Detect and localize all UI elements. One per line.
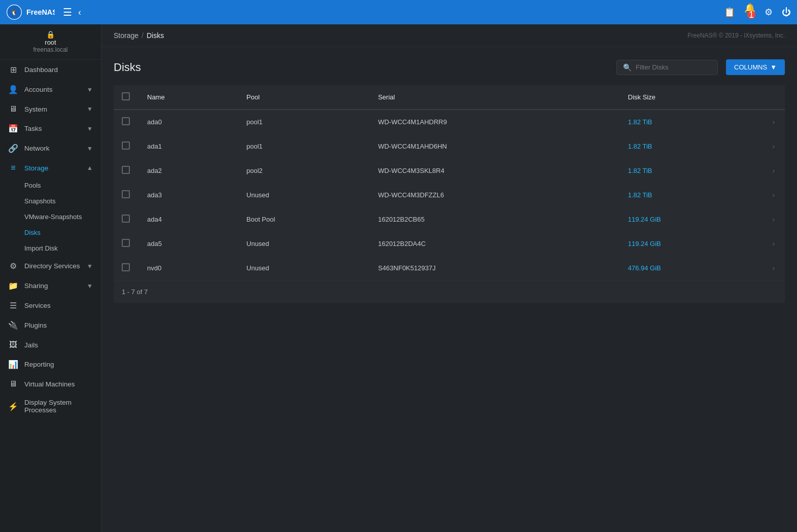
row-checkbox[interactable] (122, 239, 130, 247)
disk-name: ada0 (139, 110, 238, 134)
reporting-icon: 📊 (8, 360, 18, 369)
table-row[interactable]: ada5 Unused 162012B2DA4C 119.24 GiB › (114, 232, 785, 256)
sidebar-item-services[interactable]: ☰ Services (0, 296, 101, 315)
sidebar-item-directory-services[interactable]: ⚙ Directory Services ▼ (0, 256, 101, 276)
sidebar-sub-disks[interactable]: Disks (0, 225, 101, 240)
disk-size: 119.24 GiB (620, 232, 765, 256)
sidebar-sub-pools[interactable]: Pools (0, 178, 101, 193)
select-all-header[interactable] (114, 85, 139, 110)
disk-pool: Unused (238, 256, 370, 280)
sidebar-item-system[interactable]: 🖥 System ▼ (0, 99, 101, 119)
row-checkbox[interactable] (122, 117, 130, 125)
disk-pool: pool2 (238, 159, 370, 183)
disk-serial: WD-WCC4M3DFZZL6 (370, 183, 620, 207)
sidebar-item-sharing[interactable]: 📁 Sharing ▼ (0, 276, 101, 296)
row-checkbox[interactable] (122, 141, 130, 150)
row-checkbox-cell[interactable] (114, 159, 139, 183)
search-input[interactable] (636, 63, 711, 71)
accounts-icon: 👤 (8, 85, 18, 94)
topbar: 🐧 FreeNAS ☰ ‹ 📋 🔔 1 ⚙ ⏻ (0, 0, 797, 24)
notifications-icon[interactable]: 🔔 1 (744, 3, 755, 22)
row-checkbox-cell[interactable] (114, 110, 139, 134)
row-checkbox-cell[interactable] (114, 207, 139, 232)
jails-icon: 🖼 (8, 340, 18, 349)
notes-icon[interactable]: 📋 (724, 7, 735, 18)
sidebar-label-sharing: Sharing (24, 282, 48, 290)
table-row[interactable]: ada1 pool1 WD-WCC4M1AHD6HN 1.82 TiB › (114, 134, 785, 159)
disks-table-container: Name Pool Serial Disk Size ada0 pool1 WD… (114, 85, 785, 303)
table-row[interactable]: nvd0 Unused S463NF0K512937J 476.94 GiB › (114, 256, 785, 280)
content-area: Storage / Disks FreeNAS® © 2019 - iXsyst… (101, 24, 797, 532)
sidebar-item-plugins[interactable]: 🔌 Plugins (0, 315, 101, 335)
chevron-down-icon: ▼ (87, 86, 93, 93)
sidebar-label-dashboard: Dashboard (24, 66, 58, 74)
row-checkbox[interactable] (122, 166, 130, 174)
chevron-down-icon: ▼ (87, 263, 93, 270)
sidebar-label-reporting: Reporting (24, 361, 54, 368)
disk-name: ada2 (139, 159, 238, 183)
table-row[interactable]: ada2 pool2 WD-WCC4M3SKL8R4 1.82 TiB › (114, 159, 785, 183)
system-icon: 🖥 (8, 104, 18, 114)
sidebar-sub-import-disk[interactable]: Import Disk (0, 240, 101, 256)
table-row[interactable]: ada0 pool1 WD-WCC4M1AHDRR9 1.82 TiB › (114, 110, 785, 134)
sidebar-item-virtual-machines[interactable]: 🖥 Virtual Machines (0, 374, 101, 394)
hamburger-icon[interactable]: ☰ (63, 6, 72, 18)
sidebar: 🔒 root freenas.local ⊞ Dashboard 👤 Accou… (0, 24, 101, 532)
sidebar-sub-label-pools: Pools (24, 182, 41, 189)
sidebar-item-storage[interactable]: ≡ Storage ▲ (0, 158, 101, 178)
row-expand-icon[interactable]: › (765, 207, 785, 232)
row-checkbox-cell[interactable] (114, 232, 139, 256)
row-expand-icon[interactable]: › (765, 256, 785, 280)
row-expand-icon[interactable]: › (765, 232, 785, 256)
disk-serial: WD-WCC4M1AHDRR9 (370, 110, 620, 134)
columns-button[interactable]: COLUMNS ▼ (726, 59, 785, 75)
settings-icon[interactable]: ⚙ (765, 7, 773, 18)
row-checkbox-cell[interactable] (114, 256, 139, 280)
row-checkbox-cell[interactable] (114, 183, 139, 207)
row-checkbox[interactable] (122, 190, 130, 198)
sidebar-item-jails[interactable]: 🖼 Jails (0, 335, 101, 354)
sidebar-item-network[interactable]: 🔗 Network ▼ (0, 138, 101, 158)
breadcrumb-separator: / (142, 31, 144, 40)
disk-size: 1.82 TiB (620, 183, 765, 207)
column-header-serial: Serial (370, 85, 620, 110)
table-row[interactable]: ada4 Boot Pool 162012B2CB65 119.24 GiB › (114, 207, 785, 232)
main-layout: 🔒 root freenas.local ⊞ Dashboard 👤 Accou… (0, 24, 797, 532)
chevron-down-icon: ▼ (87, 105, 93, 113)
sidebar-label-plugins: Plugins (24, 322, 47, 329)
breadcrumb-current: Disks (147, 31, 164, 40)
back-icon[interactable]: ‹ (78, 7, 81, 18)
sidebar-item-reporting[interactable]: 📊 Reporting (0, 354, 101, 374)
svg-text:🐧: 🐧 (11, 9, 18, 16)
select-all-checkbox[interactable] (122, 92, 130, 100)
disk-name: nvd0 (139, 256, 238, 280)
row-expand-icon[interactable]: › (765, 159, 785, 183)
storage-icon: ≡ (8, 163, 18, 172)
power-icon[interactable]: ⏻ (782, 7, 791, 18)
row-checkbox[interactable] (122, 215, 130, 223)
row-checkbox-cell[interactable] (114, 134, 139, 159)
plugins-icon: 🔌 (8, 321, 18, 330)
row-expand-icon[interactable]: › (765, 134, 785, 159)
tasks-icon: 📅 (8, 124, 18, 133)
sidebar-sub-snapshots[interactable]: Snapshots (0, 193, 101, 209)
sidebar-item-tasks[interactable]: 📅 Tasks ▼ (0, 119, 101, 138)
chevron-up-icon: ▲ (87, 164, 93, 171)
row-expand-icon[interactable]: › (765, 183, 785, 207)
sidebar-sub-vmware-snapshots[interactable]: VMware-Snapshots (0, 209, 101, 225)
pagination-info: 1 - 7 of 7 (114, 280, 785, 303)
column-header-actions (765, 85, 785, 110)
sidebar-item-display-processes[interactable]: ⚡ Display System Processes (0, 394, 101, 419)
processes-icon: ⚡ (8, 402, 18, 411)
disk-size: 1.82 TiB (620, 134, 765, 159)
breadcrumb-storage[interactable]: Storage (114, 31, 138, 40)
row-expand-icon[interactable]: › (765, 110, 785, 134)
filter-box: 🔍 (616, 60, 718, 75)
sidebar-item-accounts[interactable]: 👤 Accounts ▼ (0, 80, 101, 99)
sidebar-item-dashboard[interactable]: ⊞ Dashboard (0, 60, 101, 80)
disk-size: 119.24 GiB (620, 207, 765, 232)
row-checkbox[interactable] (122, 263, 130, 271)
sidebar-label-system: System (24, 105, 47, 113)
table-row[interactable]: ada3 Unused WD-WCC4M3DFZZL6 1.82 TiB › (114, 183, 785, 207)
column-header-disksize: Disk Size (620, 85, 765, 110)
